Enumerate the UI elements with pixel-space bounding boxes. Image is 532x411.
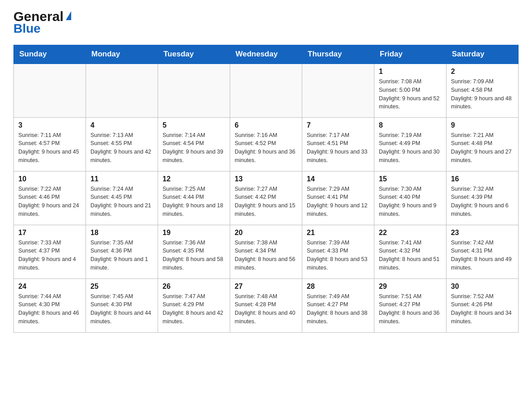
day-number: 25 bbox=[90, 283, 153, 291]
calendar-cell: 19Sunrise: 7:36 AM Sunset: 4:35 PM Dayli… bbox=[158, 225, 230, 278]
day-info: Sunrise: 7:29 AM Sunset: 4:41 PM Dayligh… bbox=[307, 185, 369, 218]
calendar-table: SundayMondayTuesdayWednesdayThursdayFrid… bbox=[13, 45, 519, 333]
day-number: 15 bbox=[379, 175, 442, 183]
day-number: 9 bbox=[451, 121, 514, 129]
day-number: 10 bbox=[18, 175, 81, 183]
calendar-cell: 30Sunrise: 7:52 AM Sunset: 4:26 PM Dayli… bbox=[446, 278, 519, 332]
day-info: Sunrise: 7:44 AM Sunset: 4:30 PM Dayligh… bbox=[18, 292, 81, 326]
calendar-cell: 27Sunrise: 7:48 AM Sunset: 4:28 PM Dayli… bbox=[230, 278, 302, 332]
calendar-cell bbox=[158, 64, 230, 117]
calendar-week-row: 3Sunrise: 7:11 AM Sunset: 4:57 PM Daylig… bbox=[14, 117, 519, 171]
calendar-cell: 17Sunrise: 7:33 AM Sunset: 4:37 PM Dayli… bbox=[14, 225, 86, 278]
calendar-cell bbox=[302, 64, 374, 117]
day-info: Sunrise: 7:09 AM Sunset: 4:58 PM Dayligh… bbox=[451, 77, 514, 111]
weekday-header-friday: Friday bbox=[374, 45, 446, 64]
day-number: 17 bbox=[18, 229, 81, 237]
day-info: Sunrise: 7:27 AM Sunset: 4:42 PM Dayligh… bbox=[235, 185, 297, 218]
day-info: Sunrise: 7:14 AM Sunset: 4:54 PM Dayligh… bbox=[163, 131, 225, 165]
calendar-cell: 6Sunrise: 7:16 AM Sunset: 4:52 PM Daylig… bbox=[230, 117, 302, 171]
page-header: General Blue bbox=[13, 9, 519, 36]
calendar-cell: 14Sunrise: 7:29 AM Sunset: 4:41 PM Dayli… bbox=[302, 171, 374, 225]
calendar-cell: 5Sunrise: 7:14 AM Sunset: 4:54 PM Daylig… bbox=[158, 117, 230, 171]
day-number: 19 bbox=[163, 229, 225, 237]
calendar-cell: 29Sunrise: 7:51 AM Sunset: 4:27 PM Dayli… bbox=[374, 278, 446, 332]
day-info: Sunrise: 7:19 AM Sunset: 4:49 PM Dayligh… bbox=[379, 131, 442, 165]
day-info: Sunrise: 7:47 AM Sunset: 4:29 PM Dayligh… bbox=[163, 292, 225, 326]
day-number: 14 bbox=[307, 175, 369, 183]
day-number: 28 bbox=[307, 283, 369, 291]
calendar-cell: 11Sunrise: 7:24 AM Sunset: 4:45 PM Dayli… bbox=[86, 171, 158, 225]
calendar-cell: 22Sunrise: 7:41 AM Sunset: 4:32 PM Dayli… bbox=[374, 225, 446, 278]
calendar-week-row: 24Sunrise: 7:44 AM Sunset: 4:30 PM Dayli… bbox=[14, 278, 519, 332]
weekday-header-thursday: Thursday bbox=[302, 45, 374, 64]
day-number: 8 bbox=[379, 121, 442, 129]
day-info: Sunrise: 7:51 AM Sunset: 4:27 PM Dayligh… bbox=[379, 292, 442, 326]
day-info: Sunrise: 7:32 AM Sunset: 4:39 PM Dayligh… bbox=[451, 185, 514, 218]
day-info: Sunrise: 7:22 AM Sunset: 4:46 PM Dayligh… bbox=[18, 185, 81, 218]
day-info: Sunrise: 7:11 AM Sunset: 4:57 PM Dayligh… bbox=[18, 131, 81, 165]
day-number: 18 bbox=[90, 229, 153, 237]
day-number: 4 bbox=[90, 121, 153, 129]
day-number: 6 bbox=[235, 121, 297, 129]
day-info: Sunrise: 7:24 AM Sunset: 4:45 PM Dayligh… bbox=[90, 185, 153, 218]
calendar-cell: 8Sunrise: 7:19 AM Sunset: 4:49 PM Daylig… bbox=[374, 117, 446, 171]
weekday-header-wednesday: Wednesday bbox=[230, 45, 302, 64]
day-number: 5 bbox=[163, 121, 225, 129]
day-info: Sunrise: 7:49 AM Sunset: 4:27 PM Dayligh… bbox=[307, 292, 369, 326]
weekday-header-row: SundayMondayTuesdayWednesdayThursdayFrid… bbox=[14, 45, 519, 64]
day-number: 29 bbox=[379, 283, 442, 291]
day-number: 11 bbox=[90, 175, 153, 183]
day-info: Sunrise: 7:25 AM Sunset: 4:44 PM Dayligh… bbox=[163, 185, 225, 218]
calendar-cell bbox=[14, 64, 86, 117]
calendar-cell: 7Sunrise: 7:17 AM Sunset: 4:51 PM Daylig… bbox=[302, 117, 374, 171]
calendar-cell: 26Sunrise: 7:47 AM Sunset: 4:29 PM Dayli… bbox=[158, 278, 230, 332]
calendar-week-row: 1Sunrise: 7:08 AM Sunset: 5:00 PM Daylig… bbox=[14, 64, 519, 117]
day-info: Sunrise: 7:48 AM Sunset: 4:28 PM Dayligh… bbox=[235, 292, 297, 326]
day-info: Sunrise: 7:08 AM Sunset: 5:00 PM Dayligh… bbox=[379, 77, 442, 111]
calendar-cell: 10Sunrise: 7:22 AM Sunset: 4:46 PM Dayli… bbox=[14, 171, 86, 225]
weekday-header-saturday: Saturday bbox=[446, 45, 519, 64]
calendar-cell: 18Sunrise: 7:35 AM Sunset: 4:36 PM Dayli… bbox=[86, 225, 158, 278]
day-number: 30 bbox=[451, 283, 514, 291]
day-info: Sunrise: 7:35 AM Sunset: 4:36 PM Dayligh… bbox=[90, 239, 153, 272]
day-number: 24 bbox=[18, 283, 81, 291]
day-info: Sunrise: 7:45 AM Sunset: 4:30 PM Dayligh… bbox=[90, 292, 153, 326]
calendar-cell: 15Sunrise: 7:30 AM Sunset: 4:40 PM Dayli… bbox=[374, 171, 446, 225]
weekday-header-tuesday: Tuesday bbox=[158, 45, 230, 64]
calendar-cell: 4Sunrise: 7:13 AM Sunset: 4:55 PM Daylig… bbox=[86, 117, 158, 171]
calendar-cell: 25Sunrise: 7:45 AM Sunset: 4:30 PM Dayli… bbox=[86, 278, 158, 332]
day-number: 1 bbox=[379, 68, 442, 76]
calendar-cell: 24Sunrise: 7:44 AM Sunset: 4:30 PM Dayli… bbox=[14, 278, 86, 332]
day-info: Sunrise: 7:38 AM Sunset: 4:34 PM Dayligh… bbox=[235, 239, 297, 272]
calendar-cell: 21Sunrise: 7:39 AM Sunset: 4:33 PM Dayli… bbox=[302, 225, 374, 278]
calendar-cell: 23Sunrise: 7:42 AM Sunset: 4:31 PM Dayli… bbox=[446, 225, 519, 278]
calendar-cell: 12Sunrise: 7:25 AM Sunset: 4:44 PM Dayli… bbox=[158, 171, 230, 225]
day-info: Sunrise: 7:52 AM Sunset: 4:26 PM Dayligh… bbox=[451, 292, 514, 326]
calendar-week-row: 17Sunrise: 7:33 AM Sunset: 4:37 PM Dayli… bbox=[14, 225, 519, 278]
calendar-cell: 28Sunrise: 7:49 AM Sunset: 4:27 PM Dayli… bbox=[302, 278, 374, 332]
day-info: Sunrise: 7:33 AM Sunset: 4:37 PM Dayligh… bbox=[18, 239, 81, 272]
day-info: Sunrise: 7:39 AM Sunset: 4:33 PM Dayligh… bbox=[307, 239, 369, 272]
day-number: 13 bbox=[235, 175, 297, 183]
day-info: Sunrise: 7:42 AM Sunset: 4:31 PM Dayligh… bbox=[451, 239, 514, 272]
day-number: 27 bbox=[235, 283, 297, 291]
calendar-cell: 1Sunrise: 7:08 AM Sunset: 5:00 PM Daylig… bbox=[374, 64, 446, 117]
weekday-header-sunday: Sunday bbox=[14, 45, 86, 64]
day-info: Sunrise: 7:30 AM Sunset: 4:40 PM Dayligh… bbox=[379, 185, 442, 218]
day-number: 3 bbox=[18, 121, 81, 129]
weekday-header-monday: Monday bbox=[86, 45, 158, 64]
day-info: Sunrise: 7:13 AM Sunset: 4:55 PM Dayligh… bbox=[90, 131, 153, 165]
day-number: 22 bbox=[379, 229, 442, 237]
calendar-cell: 16Sunrise: 7:32 AM Sunset: 4:39 PM Dayli… bbox=[446, 171, 519, 225]
day-number: 7 bbox=[307, 121, 369, 129]
logo-arrow-icon bbox=[66, 11, 71, 20]
day-number: 2 bbox=[451, 68, 514, 76]
calendar-week-row: 10Sunrise: 7:22 AM Sunset: 4:46 PM Dayli… bbox=[14, 171, 519, 225]
day-number: 23 bbox=[451, 229, 514, 237]
calendar-cell: 2Sunrise: 7:09 AM Sunset: 4:58 PM Daylig… bbox=[446, 64, 519, 117]
calendar-cell: 9Sunrise: 7:21 AM Sunset: 4:48 PM Daylig… bbox=[446, 117, 519, 171]
calendar-cell: 3Sunrise: 7:11 AM Sunset: 4:57 PM Daylig… bbox=[14, 117, 86, 171]
day-info: Sunrise: 7:17 AM Sunset: 4:51 PM Dayligh… bbox=[307, 131, 369, 165]
calendar-cell: 13Sunrise: 7:27 AM Sunset: 4:42 PM Dayli… bbox=[230, 171, 302, 225]
day-info: Sunrise: 7:41 AM Sunset: 4:32 PM Dayligh… bbox=[379, 239, 442, 272]
